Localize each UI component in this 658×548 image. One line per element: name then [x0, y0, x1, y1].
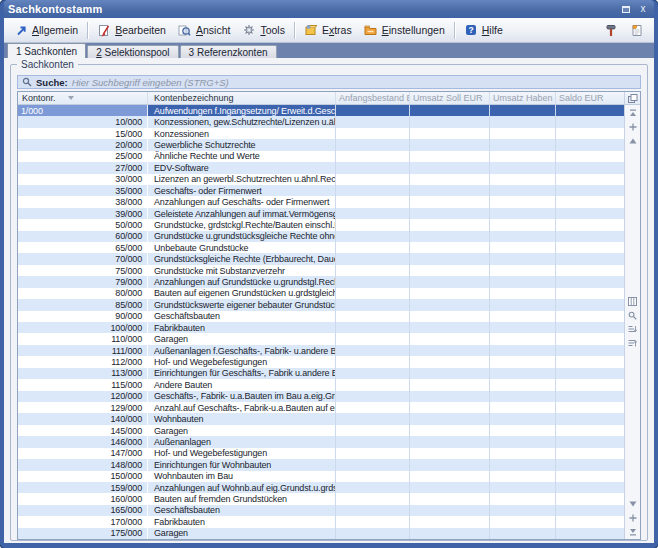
search-icon[interactable] — [628, 311, 638, 320]
table-row[interactable]: 85/000 Grundstückswerte eigener bebauter… — [18, 299, 624, 310]
table-row[interactable]: 170/000 Fabrikbauten — [18, 516, 624, 527]
table-row[interactable]: 79/000 Anzahlungen auf Grundstücke u.gru… — [18, 276, 624, 287]
table-row[interactable]: 65/000 Unbebaute Grundstücke — [18, 242, 624, 253]
table-row[interactable]: 165/000 Geschäftsbauten — [18, 505, 624, 516]
table-row[interactable]: 120/000 Geschäfts-, Fabrik- u.a.Bauten i… — [18, 391, 624, 402]
cell-anfangsbestand — [336, 242, 410, 253]
splitter-icon[interactable] — [628, 513, 638, 522]
column-header-umsatz-soll[interactable]: Umsatz Soll EUR — [410, 92, 490, 104]
table-row[interactable]: 39/000 Geleistete Anzahlungen auf immat.… — [18, 208, 624, 219]
table-row[interactable]: 111/000 Außenanlagen f.Geschäfts-, Fabri… — [18, 345, 624, 356]
table-row[interactable]: 70/000 Grundstücksgleiche Rechte (Erbbau… — [18, 253, 624, 264]
column-chooser-button[interactable] — [625, 92, 640, 105]
cell-anfangsbestand — [336, 391, 410, 402]
column-header-anfangsbestand[interactable]: Anfangsbestand EUR — [336, 92, 410, 104]
column-header-umsatz-haben[interactable]: Umsatz Haben EUR — [490, 92, 556, 104]
menu-allgemein[interactable]: Allgemein — [8, 22, 84, 39]
table-row[interactable]: 75/000 Grundstücke mit Substanzverzehr — [18, 265, 624, 276]
columns-icon[interactable] — [628, 297, 638, 306]
cell-umsatz-soll — [410, 471, 490, 482]
table-row[interactable]: 175/000 Garagen — [18, 528, 624, 539]
table-row[interactable]: 140/000 Wohnbauten — [18, 413, 624, 424]
table-row[interactable]: 38/000 Anzahlungen auf Geschäfts- oder F… — [18, 196, 624, 207]
scroll-up-icon[interactable] — [628, 136, 638, 145]
cell-umsatz-soll — [410, 402, 490, 413]
search-field[interactable]: Suche: Hier Suchbegriff eingeben (STRG+S… — [17, 75, 641, 89]
cell-saldo — [556, 151, 624, 162]
menu-einstellungen[interactable]: Einstellungen — [358, 22, 451, 39]
table-row[interactable]: 159/000 Anzahlungen auf Wohnb.auf eig.Gr… — [18, 482, 624, 493]
cell-kontonr: 160/000 — [18, 493, 148, 504]
table-row[interactable]: 1/000 Aufwendungen f.Ingangsetzung/ Erwe… — [18, 105, 624, 116]
svg-text:?: ? — [468, 25, 473, 35]
hammer-button[interactable] — [598, 22, 624, 39]
restore-button[interactable] — [619, 3, 633, 15]
menu-bearbeiten[interactable]: Bearbeiten — [91, 22, 172, 39]
table-row[interactable]: 150/000 Wohnbauten im Bau — [18, 471, 624, 482]
cell-anfangsbestand — [336, 402, 410, 413]
splitter-icon[interactable] — [628, 122, 638, 131]
table-row[interactable]: 60/000 Grundstücke u.grundstücksgleiche … — [18, 231, 624, 242]
cell-kontonr: 30/000 — [18, 174, 148, 185]
cell-saldo — [556, 288, 624, 299]
menu-extras[interactable]: Extras — [298, 22, 358, 39]
table-row[interactable]: 129/000 Anzahl.auf Geschäfts-, Fabrik-u.… — [18, 402, 624, 413]
cell-kontenbezeichnung: Grundstückswerte eigener bebauter Grunds… — [148, 299, 336, 310]
table-row[interactable]: 112/000 Hof- und Wegebefestigungen — [18, 356, 624, 367]
table-row[interactable]: 115/000 Andere Bauten — [18, 379, 624, 390]
table-row[interactable]: 35/000 Geschäfts- oder Firmenwert — [18, 185, 624, 196]
cell-saldo — [556, 116, 624, 127]
sort-desc-icon[interactable] — [628, 339, 638, 348]
cell-umsatz-haben — [490, 105, 556, 116]
sort-asc-icon[interactable] — [628, 325, 638, 334]
table-row[interactable]: 10/000 Konzessionen, gew.Schutzrechte/Li… — [18, 116, 624, 127]
menu-hilfe[interactable]: ? Hilfe — [458, 22, 509, 39]
cell-kontonr: 129/000 — [18, 402, 148, 413]
cell-kontenbezeichnung: Lizenzen an gewerbl.Schutzrechten u.ähnl… — [148, 174, 336, 185]
table-row[interactable]: 113/000 Einrichtungen für Geschäfts-, Fa… — [18, 368, 624, 379]
cell-anfangsbestand — [336, 174, 410, 185]
menu-ansicht[interactable]: Ansicht — [172, 22, 236, 39]
cell-umsatz-haben — [490, 208, 556, 219]
table-row[interactable]: 50/000 Grundstücke, grdstckgl.Rechte/Bau… — [18, 219, 624, 230]
cell-saldo — [556, 379, 624, 390]
table-row[interactable]: 15/000 Konzessionen — [18, 128, 624, 139]
column-header-saldo[interactable]: Saldo EUR — [556, 92, 624, 104]
cell-umsatz-soll — [410, 528, 490, 539]
note-button[interactable] — [624, 22, 650, 39]
column-header-kontonr[interactable]: Kontonr. — [18, 92, 148, 104]
tab-sachkonten[interactable]: 1 Sachkonten — [7, 43, 86, 58]
search-placeholder: Hier Suchbegriff eingeben (STRG+S) — [72, 77, 229, 88]
cell-kontenbezeichnung: Geschäfts-, Fabrik- u.a.Bauten im Bau a.… — [148, 391, 336, 402]
cell-umsatz-haben — [490, 253, 556, 264]
cell-kontonr: 145/000 — [18, 425, 148, 436]
scroll-down-icon[interactable] — [628, 499, 638, 508]
table-row[interactable]: 160/000 Bauten auf fremden Grundstücken — [18, 493, 624, 504]
cell-anfangsbestand — [336, 208, 410, 219]
tab-selektionspool[interactable]: 2 Selektionspool — [87, 45, 178, 58]
scroll-last-icon[interactable] — [628, 527, 638, 536]
cell-umsatz-haben — [490, 505, 556, 516]
table-row[interactable]: 147/000 Hof- und Wegebefestigungen — [18, 448, 624, 459]
cell-anfangsbestand — [336, 219, 410, 230]
table-row[interactable]: 27/000 EDV-Software — [18, 162, 624, 173]
table-row[interactable]: 100/000 Fabrikbauten — [18, 322, 624, 333]
table-row[interactable]: 110/000 Garagen — [18, 333, 624, 344]
table-row[interactable]: 80/000 Bauten auf eigenen Grundstücken u… — [18, 288, 624, 299]
cell-kontonr: 70/000 — [18, 253, 148, 264]
column-header-kontenbezeichnung[interactable]: Kontenbezeichnung — [148, 92, 336, 104]
table-row[interactable]: 30/000 Lizenzen an gewerbl.Schutzrechten… — [18, 174, 624, 185]
cell-saldo — [556, 345, 624, 356]
tab-referenzkonten[interactable]: 3 Referenzkonten — [180, 45, 277, 58]
table-row[interactable]: 148/000 Einrichtungen für Wohnbauten — [18, 459, 624, 470]
close-button[interactable]: x — [636, 3, 650, 15]
cell-umsatz-haben — [490, 265, 556, 276]
table-row[interactable]: 146/000 Außenanlagen — [18, 436, 624, 447]
menu-tools[interactable]: Tools — [236, 22, 291, 39]
scroll-first-icon[interactable] — [628, 108, 638, 117]
table-row[interactable]: 145/000 Garagen — [18, 425, 624, 436]
table-row[interactable]: 90/000 Geschäftsbauten — [18, 311, 624, 322]
table-row[interactable]: 20/000 Gewerbliche Schutzrechte — [18, 139, 624, 150]
table-row[interactable]: 25/000 Ähnliche Rechte und Werte — [18, 151, 624, 162]
cell-saldo — [556, 139, 624, 150]
